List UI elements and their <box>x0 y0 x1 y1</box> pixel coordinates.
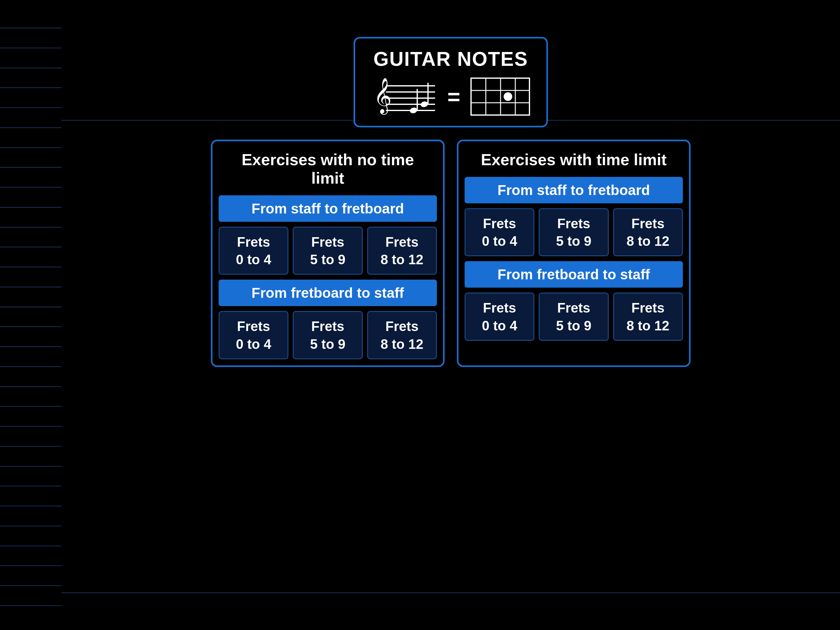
columns-container: Exercises with no time limit From staff … <box>74 140 828 367</box>
no-time-stf-frets-8to12[interactable]: Frets8 to 12 <box>367 227 437 275</box>
staff-line <box>0 486 62 486</box>
staff-line <box>0 546 62 546</box>
header-icon-row: 𝄞 = <box>371 77 531 117</box>
time-staff-to-fret-buttons: Frets0 to 4 Frets5 to 9 Frets8 to 12 <box>464 208 683 256</box>
staff-line <box>0 307 62 307</box>
staff-line <box>0 287 62 287</box>
fretboard-icon <box>469 77 531 117</box>
time-stf-frets-8to12[interactable]: Frets8 to 12 <box>613 208 683 256</box>
staff-line <box>0 466 62 467</box>
time-fret-to-staff-label: From fretboard to staff <box>464 261 683 288</box>
staff-line <box>0 87 62 88</box>
time-fts-frets-5to9[interactable]: Frets5 to 9 <box>539 293 608 340</box>
app-title: GUITAR NOTES <box>374 47 528 70</box>
staff-line <box>0 386 62 387</box>
time-staff-to-fret-label: From staff to fretboard <box>464 177 683 203</box>
header-card: GUITAR NOTES 𝄞 = <box>354 37 548 127</box>
time-fts-frets-0to4[interactable]: Frets0 to 4 <box>464 293 534 340</box>
svg-text:𝄞: 𝄞 <box>374 78 392 115</box>
staff-line <box>0 526 62 526</box>
main-content: GUITAR NOTES 𝄞 = <box>62 25 840 630</box>
staff-line <box>0 207 62 207</box>
no-time-stf-frets-0to4[interactable]: Frets0 to 4 <box>219 227 288 275</box>
staff-line <box>0 565 62 566</box>
staff-line <box>0 326 62 327</box>
no-time-fts-frets-5to9[interactable]: Frets5 to 9 <box>293 311 363 359</box>
staff-line <box>0 47 62 48</box>
svg-point-8 <box>420 101 429 108</box>
staff-line <box>0 167 62 168</box>
staff-line <box>0 347 62 347</box>
staff-line <box>0 426 62 427</box>
staff-line <box>0 605 62 606</box>
no-time-fret-to-staff-buttons: Frets0 to 4 Frets5 to 9 Frets8 to 12 <box>219 311 437 359</box>
staff-line <box>0 68 62 68</box>
staff-line <box>0 506 62 507</box>
time-stf-frets-0to4[interactable]: Frets0 to 4 <box>464 208 534 256</box>
staff-line <box>0 446 62 446</box>
staff-line <box>0 586 62 586</box>
svg-point-6 <box>409 107 418 114</box>
staff-line <box>0 227 62 228</box>
time-stf-frets-5to9[interactable]: Frets5 to 9 <box>539 208 608 256</box>
staff-lines <box>0 25 62 609</box>
no-time-fts-frets-8to12[interactable]: Frets8 to 12 <box>367 311 437 359</box>
staff-line <box>0 406 62 407</box>
staff-line <box>0 108 62 108</box>
svg-point-16 <box>504 92 512 101</box>
no-time-staff-to-fret-label: From staff to fretboard <box>219 195 437 222</box>
music-staff-icon: 𝄞 <box>371 77 438 117</box>
no-time-limit-column: Exercises with no time limit From staff … <box>211 140 445 367</box>
staff-line <box>0 127 62 128</box>
no-time-fts-frets-0to4[interactable]: Frets0 to 4 <box>219 311 288 359</box>
no-time-limit-title: Exercises with no time limit <box>219 147 437 190</box>
staff-line <box>0 28 62 28</box>
time-fts-frets-8to12[interactable]: Frets8 to 12 <box>613 293 683 340</box>
time-limit-column: Exercises with time limit From staff to … <box>457 140 691 367</box>
staff-line <box>0 187 62 188</box>
no-time-fret-to-staff-label: From fretboard to staff <box>219 280 437 306</box>
time-fret-to-staff-buttons: Frets0 to 4 Frets5 to 9 Frets8 to 12 <box>464 293 683 340</box>
equals-icon: = <box>447 85 460 108</box>
no-time-staff-to-fret-buttons: Frets0 to 4 Frets5 to 9 Frets8 to 12 <box>219 227 437 275</box>
time-limit-title: Exercises with time limit <box>464 147 683 172</box>
staff-line <box>0 147 62 148</box>
no-time-stf-frets-5to9[interactable]: Frets5 to 9 <box>293 227 363 275</box>
staff-line <box>0 366 62 367</box>
staff-line <box>0 247 62 247</box>
staff-line <box>0 267 62 268</box>
